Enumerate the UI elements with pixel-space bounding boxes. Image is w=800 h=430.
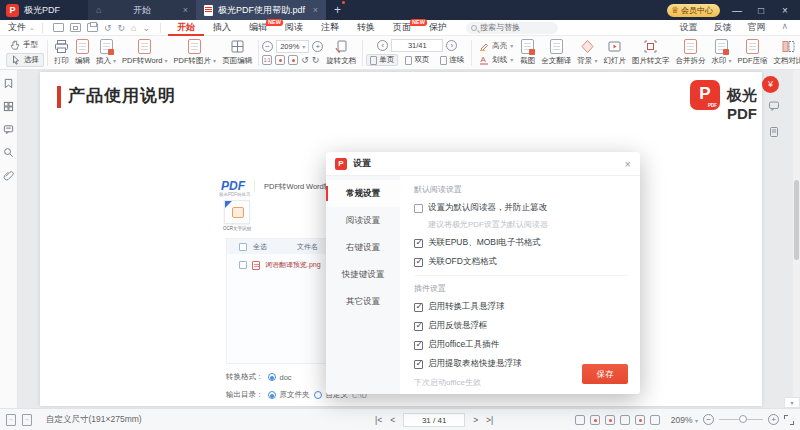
nav-reading-settings[interactable]: 阅读设置	[326, 207, 400, 234]
tab-home[interactable]: ⌂ 开始 ×	[88, 0, 196, 20]
comment-icon[interactable]	[3, 124, 14, 135]
zoom-slider-knob[interactable]	[739, 415, 747, 423]
checkbox[interactable]	[414, 204, 423, 213]
zoom-out-icon[interactable]: −	[703, 414, 714, 425]
checkbox[interactable]	[414, 303, 423, 312]
search-input[interactable]	[480, 23, 550, 32]
next-page-button[interactable]: ›	[446, 40, 457, 51]
nav-general-settings[interactable]: 常规设置	[326, 180, 400, 207]
underline-button[interactable]: A 划线▾	[475, 54, 517, 66]
fullscreen-icon[interactable]	[784, 415, 794, 425]
member-center-button[interactable]: ♛ 会员中心	[667, 4, 720, 17]
home-icon[interactable]: ⌂	[131, 23, 136, 33]
edit-button[interactable]: 编辑	[72, 39, 93, 66]
view-mode-1-icon[interactable]	[575, 415, 585, 425]
merge-split-button[interactable]: 合并拆分	[672, 39, 708, 66]
fit-width-button[interactable]	[288, 55, 298, 65]
screenshot-button[interactable]: 截图	[517, 39, 538, 66]
promo-floating-icon[interactable]: ¥	[762, 76, 779, 93]
collapse-ribbon-icon[interactable]: ∧	[781, 21, 788, 34]
continuous-button[interactable]: 连续	[436, 54, 468, 66]
zoom-level-select[interactable]: 209%▾	[276, 40, 309, 53]
doc-floating-icon[interactable]	[768, 126, 780, 138]
view-mode-4-icon[interactable]	[620, 415, 630, 425]
prev-page-icon[interactable]: <	[390, 415, 395, 425]
page-edit-button[interactable]: 页面编辑	[219, 39, 255, 66]
search-panel-icon[interactable]	[3, 147, 14, 158]
checkbox-row-feedback-float[interactable]: 启用反馈悬浮框	[414, 320, 628, 332]
chat-floating-icon[interactable]	[768, 100, 780, 112]
tab-close-icon[interactable]: ×	[183, 5, 188, 15]
zoom-out-button[interactable]: −	[262, 41, 273, 52]
first-page-icon[interactable]: |<	[375, 415, 382, 425]
nav-other-settings[interactable]: 其它设置	[326, 288, 400, 315]
website-link[interactable]: 官网	[747, 21, 765, 34]
hand-tool-button[interactable]: 手型	[6, 39, 44, 51]
quick-print-icon[interactable]	[87, 23, 98, 32]
checkbox-row-epub-mobi[interactable]: 关联EPUB、MOBI电子书格式	[414, 237, 628, 249]
single-page-button[interactable]: 单页	[366, 54, 398, 66]
rotate-left-icon[interactable]: ↺	[301, 55, 309, 65]
view-mode-5-icon[interactable]	[635, 415, 645, 425]
scroll-down-icon[interactable]: ▾	[784, 397, 800, 408]
last-page-icon[interactable]: >|	[486, 415, 493, 425]
scrollbar-thumb[interactable]	[794, 180, 799, 260]
next-page-icon[interactable]: >	[473, 415, 478, 425]
checkbox-row-convert-ball[interactable]: 启用转换工具悬浮球	[414, 301, 628, 313]
dialog-close-icon[interactable]: ×	[625, 158, 631, 170]
checkbox[interactable]	[414, 258, 423, 267]
double-page-button[interactable]: 双页	[401, 54, 433, 66]
checkbox[interactable]	[414, 360, 423, 369]
vertical-scrollbar[interactable]: ▾	[793, 70, 800, 408]
pdf-to-image-button[interactable]: PDF转图片 ▾	[171, 39, 220, 66]
file-menu[interactable]: 文件 ⌄	[8, 21, 35, 34]
undo-icon[interactable]: ↺	[104, 23, 112, 33]
checkbox-row-ofd[interactable]: 关联OFD文档格式	[414, 256, 628, 268]
minimize-button[interactable]: —	[730, 5, 744, 16]
checkbox-row-default-reader[interactable]: 设置为默认阅读器，并防止篡改	[414, 202, 628, 214]
pdf-to-word-button[interactable]: PDF转Word ▾	[119, 39, 170, 66]
fit-page-button[interactable]	[275, 55, 285, 65]
background-button[interactable]: 背景 ▾	[574, 39, 600, 66]
save-button[interactable]: 保存	[582, 364, 628, 384]
prev-view-icon[interactable]	[6, 414, 16, 426]
rotate-document-button[interactable]: 旋转文档	[323, 39, 359, 66]
tab-close-icon[interactable]: ×	[313, 5, 318, 15]
maximize-button[interactable]: □	[754, 5, 768, 16]
checkbox-row-office-plugin[interactable]: 启用office工具插件	[414, 339, 628, 351]
nav-rightclick-settings[interactable]: 右键设置	[326, 234, 400, 261]
highlight-button[interactable]: 高亮▾	[475, 40, 517, 52]
new-tab-button[interactable]: +	[334, 3, 341, 17]
menu-tab-convert[interactable]: 转换	[348, 20, 384, 36]
open-file-icon[interactable]	[53, 23, 64, 32]
image-to-text-button[interactable]: 图片转文字	[629, 39, 673, 66]
menu-tab-page[interactable]: 页面NEW	[384, 20, 420, 36]
menu-tab-protect[interactable]: 保护	[420, 20, 456, 36]
view-mode-3-icon[interactable]	[605, 415, 615, 425]
menu-tab-home[interactable]: 开始	[168, 20, 204, 36]
attachment-icon[interactable]	[3, 170, 14, 181]
close-button[interactable]: ×	[778, 5, 792, 16]
page-indicator[interactable]: 31/41	[391, 39, 443, 52]
tab-document[interactable]: 极光PDF使用帮助.pdf ×	[196, 0, 326, 20]
save-icon[interactable]	[70, 23, 81, 32]
insert-button[interactable]: 插入 ▾	[93, 39, 119, 66]
nav-shortcut-settings[interactable]: 快捷键设置	[326, 261, 400, 288]
select-tool-button[interactable]: 选择	[6, 53, 44, 67]
settings-link[interactable]: 设置	[679, 21, 697, 34]
view-mode-2-icon[interactable]	[590, 415, 600, 425]
rotate-right-icon[interactable]: ↻	[312, 55, 320, 65]
slideshow-button[interactable]: 幻灯片	[600, 39, 629, 66]
redo-icon[interactable]: ↻	[117, 23, 125, 33]
menu-tab-insert[interactable]: 插入	[204, 20, 240, 36]
print-button[interactable]: 打印	[51, 39, 72, 66]
thumbnails-icon[interactable]	[3, 101, 14, 112]
zoom-in-icon[interactable]: +	[768, 414, 779, 425]
bookmark-icon[interactable]	[3, 78, 14, 89]
menu-tab-edit[interactable]: 编辑NEW	[240, 20, 276, 36]
doc-compare-button[interactable]: 文档对比	[771, 39, 800, 66]
pdf-compress-button[interactable]: PDF压缩	[735, 39, 771, 66]
actual-size-button[interactable]: 1:1	[262, 55, 272, 65]
search-box[interactable]	[466, 22, 558, 34]
next-view-icon[interactable]	[22, 414, 32, 426]
